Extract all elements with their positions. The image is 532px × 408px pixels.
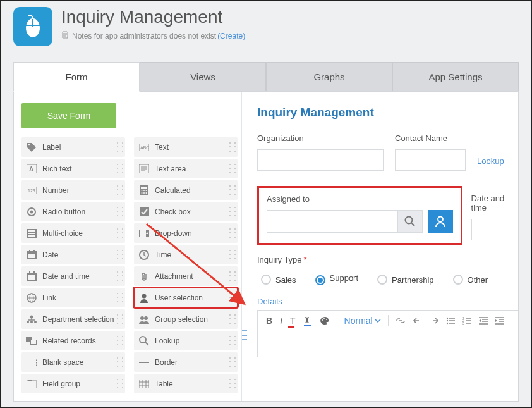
assigned-to-input[interactable] — [267, 210, 397, 233]
svg-rect-34 — [33, 250, 35, 252]
palette-multichoice[interactable]: Multi-choice — [21, 223, 125, 243]
app-note: Notes for app administrators does not ex… — [61, 31, 245, 40]
svg-line-67 — [411, 223, 414, 226]
rte-indent[interactable] — [492, 316, 507, 326]
rich-text-editor: B I T Normal 123 — [257, 310, 518, 357]
create-note-link[interactable]: (Create) — [217, 32, 245, 40]
palette-department[interactable]: Department selection — [21, 309, 125, 329]
rte-bold[interactable]: B — [263, 314, 275, 327]
textarea-icon — [138, 163, 150, 175]
palette-time[interactable]: Time — [134, 245, 238, 264]
svg-text:A: A — [29, 166, 33, 173]
palette-number[interactable]: 123 Number — [21, 180, 125, 200]
details-field: Details B I T Normal 123 — [257, 297, 518, 357]
svg-line-56 — [145, 342, 148, 345]
palette-label[interactable]: Label — [21, 137, 125, 157]
contact-name-input[interactable] — [395, 149, 466, 171]
svg-point-51 — [144, 316, 148, 320]
palette-user-selection[interactable]: User selection — [134, 288, 238, 307]
palette-fieldgroup[interactable]: Field group — [21, 374, 125, 393]
globe-icon — [25, 292, 38, 304]
rte-style-select[interactable]: Normal — [341, 314, 384, 327]
rte-color[interactable]: T — [287, 314, 299, 327]
multichoice-icon — [25, 227, 38, 240]
palette-table[interactable]: Table — [134, 374, 238, 393]
rte-ul[interactable] — [443, 316, 458, 326]
svg-rect-26 — [28, 230, 35, 232]
svg-rect-57 — [27, 359, 37, 366]
palette-radio[interactable]: Radio button — [21, 202, 125, 221]
svg-rect-59 — [27, 381, 37, 388]
palette-lookup[interactable]: Lookup — [134, 331, 238, 350]
lookup-link[interactable]: Lookup — [477, 156, 504, 166]
svg-rect-27 — [28, 233, 35, 234]
rte-ol[interactable]: 123 — [459, 316, 475, 326]
radio-sales[interactable]: Sales — [261, 275, 296, 285]
datetime-input[interactable] — [471, 219, 509, 240]
palette-border[interactable]: Border — [134, 352, 238, 372]
svg-rect-37 — [28, 275, 35, 280]
palette-richtext[interactable]: A Rich text — [21, 159, 125, 178]
palette-calculated[interactable]: Calculated — [134, 180, 238, 200]
app-header: Inquiry Management Notes for app adminis… — [1, 1, 531, 49]
tag-icon — [25, 141, 38, 154]
rte-italic[interactable]: I — [277, 314, 286, 327]
svg-point-21 — [146, 192, 147, 194]
tab-form[interactable]: Form — [13, 62, 140, 92]
svg-rect-30 — [140, 230, 146, 237]
palette-text[interactable]: ABC Text — [134, 137, 238, 157]
svg-point-72 — [325, 319, 327, 320]
rte-palette[interactable] — [317, 315, 333, 326]
palette-group-selection[interactable]: Group selection — [134, 309, 238, 329]
field-drag-handle[interactable] — [242, 328, 247, 342]
rte-body[interactable] — [258, 331, 518, 357]
svg-point-66 — [405, 217, 412, 224]
svg-point-75 — [447, 323, 448, 324]
palette-attachment[interactable]: Attachment — [134, 266, 238, 286]
datetime-field: Date and time — [471, 186, 518, 240]
assigned-user-button[interactable] — [428, 210, 453, 233]
palette-datetime[interactable]: Date and time — [21, 266, 125, 286]
rte-redo[interactable] — [426, 316, 442, 326]
paperclip-icon — [138, 270, 150, 283]
svg-point-19 — [142, 192, 143, 194]
tab-views[interactable]: Views — [140, 62, 266, 91]
clock-icon — [138, 249, 150, 261]
svg-point-48 — [30, 321, 33, 323]
radio-partnership[interactable]: Partnership — [377, 275, 433, 285]
dropdown-icon — [138, 227, 150, 240]
required-indicator: * — [304, 255, 307, 264]
rte-undo[interactable] — [410, 316, 425, 326]
fieldgroup-icon — [25, 378, 38, 390]
palette-blank[interactable]: Blank space — [21, 352, 125, 372]
palette-related[interactable]: Related records — [21, 331, 125, 350]
palette-dropdown[interactable]: Drop-down — [134, 223, 238, 243]
palette-textarea[interactable]: Text area — [134, 159, 238, 178]
svg-rect-32 — [28, 254, 35, 258]
svg-point-49 — [34, 321, 37, 323]
assigned-search-button[interactable] — [397, 210, 423, 233]
rte-link[interactable] — [392, 316, 409, 325]
organization-input[interactable] — [257, 149, 384, 171]
note-icon — [61, 31, 69, 40]
palette-link[interactable]: Link — [21, 288, 125, 307]
radio-support[interactable]: Support — [315, 273, 359, 285]
assigned-to-field: Assigned to — [257, 186, 462, 245]
tab-settings[interactable]: App Settings — [392, 62, 519, 91]
palette-date[interactable]: Date — [21, 245, 125, 264]
tab-graphs[interactable]: Graphs — [266, 62, 392, 91]
svg-rect-38 — [29, 271, 30, 274]
palette-checkbox[interactable]: Check box — [134, 202, 238, 221]
rte-outdent[interactable] — [476, 316, 491, 326]
svg-rect-54 — [31, 340, 36, 344]
svg-rect-28 — [28, 235, 35, 237]
number-icon: 123 — [25, 184, 38, 197]
user-icon — [138, 292, 150, 304]
svg-point-50 — [140, 316, 144, 320]
svg-point-70 — [321, 319, 322, 321]
svg-point-16 — [142, 190, 143, 191]
radio-other[interactable]: Other — [453, 275, 488, 285]
save-form-button[interactable]: Save Form — [21, 103, 116, 128]
rte-underline[interactable] — [300, 314, 315, 327]
svg-rect-15 — [141, 187, 147, 189]
